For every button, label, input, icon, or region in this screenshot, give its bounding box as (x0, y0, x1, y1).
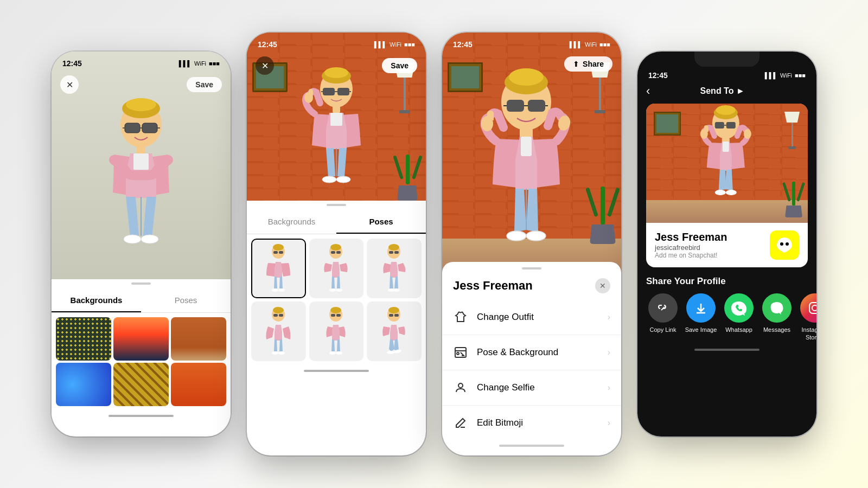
svg-point-48 (393, 288, 400, 292)
phone4-battery: ■■■ (795, 72, 806, 79)
pose-6[interactable] (367, 301, 422, 361)
svg-rect-52 (279, 314, 283, 317)
svg-point-11 (124, 235, 141, 243)
phone2-preview: 12:45 ▌▌▌ WiFi ■■■ ✕ Save (247, 33, 426, 201)
phone4-share-options: Copy Link Save Image (637, 293, 816, 342)
phone4-wifi: WiFi (780, 72, 792, 79)
save-image-icon (686, 293, 716, 323)
phone1-time: 12:45 (62, 59, 82, 68)
pose-5[interactable] (309, 301, 364, 361)
phone1-save-btn[interactable]: Save (187, 77, 222, 92)
pose-background-chevron: › (608, 348, 610, 357)
svg-rect-25 (333, 105, 340, 113)
menu-item-pose-background[interactable]: Pose & Background › (442, 335, 621, 370)
share-option-save-image[interactable]: Save Image (684, 293, 718, 342)
bg-thumb-1[interactable] (56, 317, 111, 361)
share-option-instagram[interactable]: Instagram Stories (798, 293, 816, 342)
phone4-time: 12:45 (648, 71, 668, 80)
phone4-profile-info: Jess Freeman jessicafreebird Add me on S… (646, 223, 808, 267)
phone1-backgrounds-tab[interactable]: Backgrounds (52, 288, 141, 312)
phone3-sheet-close-btn[interactable]: ✕ (595, 278, 610, 293)
bg-thumb-4[interactable] (56, 363, 111, 406)
change-selfie-chevron: › (608, 383, 610, 393)
svg-point-53 (272, 351, 278, 355)
svg-point-65 (387, 351, 394, 354)
svg-point-38 (330, 244, 341, 251)
svg-point-88 (458, 383, 463, 388)
phone2-backgrounds-tab[interactable]: Backgrounds (247, 209, 336, 234)
phone2-battery: ■■■ (404, 41, 415, 48)
menu-item-edit-bitmoji[interactable]: Edit Bitmoji › (442, 406, 621, 440)
snapcode-icon (773, 233, 796, 257)
phone2-poses-tab[interactable]: Poses (336, 209, 426, 234)
svg-point-60 (336, 351, 342, 355)
phone2-bitmoji (301, 65, 372, 195)
save-image-label: Save Image (685, 326, 717, 333)
svg-point-35 (272, 288, 278, 292)
phone2-home-indicator (304, 370, 369, 372)
phone4-signal: ▌▌▌ (765, 72, 777, 79)
svg-rect-74 (507, 100, 524, 112)
svg-rect-33 (273, 251, 278, 254)
bg-thumb-5[interactable] (113, 363, 169, 406)
notch-4 (694, 52, 760, 67)
share-option-messages[interactable]: Messages (760, 293, 794, 342)
svg-rect-39 (331, 251, 335, 254)
phone2-save-btn[interactable]: Save (382, 58, 417, 73)
phone2-scroll-indicator (327, 204, 346, 206)
share-option-whatsapp[interactable]: Whatsapp (722, 293, 756, 342)
menu-item-change-outfit[interactable]: Change Outfit › (442, 300, 621, 335)
phone4-card-frame (654, 112, 681, 136)
pose-4[interactable] (251, 301, 306, 361)
phone1-backgrounds-grid (52, 313, 231, 410)
phone1-close-btn[interactable]: ✕ (60, 75, 79, 94)
svg-point-104 (726, 190, 737, 195)
svg-rect-4 (142, 123, 157, 133)
menu-item-change-selfie[interactable]: Change Selfie › (442, 370, 621, 406)
phone4-forward-icon: ► (736, 86, 745, 95)
change-selfie-icon (453, 380, 468, 395)
phone4-home-indicator (694, 349, 760, 351)
phone1-scroll-indicator (131, 282, 151, 285)
svg-rect-97 (726, 122, 736, 129)
svg-rect-34 (279, 251, 283, 254)
bg-thumb-6[interactable] (171, 363, 226, 406)
share-option-copy-link[interactable]: Copy Link (646, 293, 680, 342)
pose-icon-6 (379, 307, 409, 356)
phone4-card-bitmoji (696, 104, 756, 207)
whatsapp-svg (731, 300, 746, 316)
bg-thumb-3[interactable] (171, 317, 226, 361)
pose-icon-4 (264, 307, 293, 356)
phone3-signal: ▌▌▌ (570, 41, 582, 48)
phone4-bottom-bar (637, 342, 816, 352)
pose-1[interactable] (251, 239, 306, 298)
svg-point-95 (716, 105, 736, 115)
svg-point-2 (126, 98, 156, 111)
phone3-share-btn[interactable]: ⬆ Share (564, 56, 612, 72)
svg-rect-45 (389, 251, 393, 254)
svg-point-30 (336, 176, 350, 183)
svg-point-103 (715, 190, 726, 195)
svg-rect-51 (273, 314, 278, 317)
phone3-battery: ■■■ (599, 41, 610, 48)
phone3-sheet-header: Jess Freeman ✕ (442, 269, 621, 300)
bg-thumb-2[interactable] (113, 317, 169, 361)
phone4-profile-name: Jess Freeman (655, 231, 727, 243)
phone2-tabs-section: Backgrounds Poses (247, 204, 426, 376)
phone2-close-btn[interactable]: ✕ (256, 56, 274, 75)
phone1-poses-tab[interactable]: Poses (141, 288, 231, 312)
copy-link-label: Copy Link (650, 326, 676, 333)
svg-point-87 (457, 352, 459, 355)
phone1-wifi: WiFi (194, 60, 206, 67)
phone4: 12:45 ▌▌▌ WiFi ■■■ ‹ Send To ► (637, 52, 816, 436)
pose-2[interactable] (309, 239, 364, 298)
phone4-back-btn[interactable]: ‹ (646, 84, 650, 98)
svg-rect-64 (394, 314, 399, 317)
svg-rect-58 (336, 314, 341, 317)
pose-3[interactable] (367, 239, 422, 298)
phone2-signal: ▌▌▌ (374, 41, 387, 48)
phone4-nav-title: Send To ► (700, 86, 745, 96)
pose-icon-5 (321, 307, 351, 356)
svg-rect-57 (331, 314, 335, 317)
svg-rect-3 (125, 123, 140, 133)
